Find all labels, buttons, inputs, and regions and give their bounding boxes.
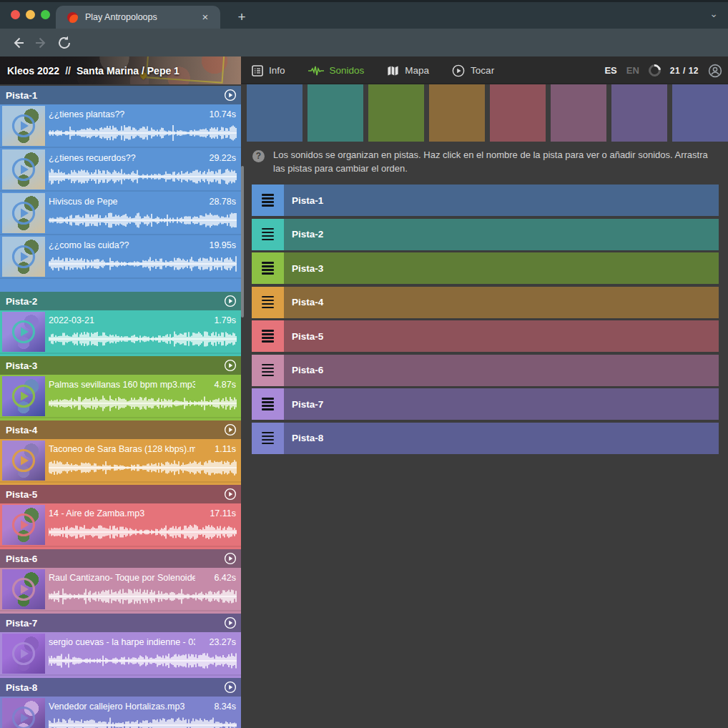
drag-handle-icon[interactable] — [252, 388, 284, 420]
sound-clip[interactable]: Taconeo de Sara Baras (128 kbps).mp3 1.1… — [0, 439, 241, 483]
clip-play-icon[interactable] — [11, 513, 36, 537]
drag-handle-icon[interactable] — [252, 320, 284, 352]
track-row-pista-5[interactable]: Pista-5 — [252, 320, 719, 352]
drag-handle-icon[interactable] — [252, 287, 284, 318]
nav-tocar[interactable]: Tocar — [452, 64, 494, 77]
track-header[interactable]: Pista-8 — [0, 678, 241, 697]
track-play-icon[interactable] — [224, 295, 237, 308]
lang-en-button[interactable]: EN — [626, 65, 639, 76]
clip-thumbnail[interactable] — [2, 149, 45, 190]
nav-sonidos[interactable]: Sonidos — [308, 65, 365, 77]
reload-icon[interactable] — [56, 35, 72, 51]
track-row-pista-6[interactable]: Pista-6 — [252, 355, 719, 386]
swatch-pista-1[interactable] — [247, 84, 302, 142]
track-header[interactable]: Pista-1 — [0, 86, 241, 104]
track-row-pista-8[interactable]: Pista-8 — [252, 423, 719, 454]
track-play-icon[interactable] — [224, 423, 237, 436]
sidebar-scrollbar[interactable] — [241, 166, 244, 318]
browser-tab[interactable]: Play Antropoloops × — [56, 6, 220, 29]
track-header[interactable]: Pista-7 — [0, 614, 241, 632]
clip-thumbnail[interactable] — [2, 376, 45, 416]
clip-waveform — [49, 167, 237, 186]
clip-play-icon[interactable] — [11, 114, 36, 138]
clip-play-icon[interactable] — [11, 641, 36, 666]
drag-handle-icon[interactable] — [252, 219, 284, 250]
track-play-icon[interactable] — [224, 359, 237, 372]
clip-play-icon[interactable] — [11, 157, 36, 182]
track-header[interactable]: Pista-3 — [0, 356, 241, 375]
swatch-pista-8[interactable] — [672, 84, 728, 142]
drag-handle-icon[interactable] — [252, 185, 284, 216]
track-row-label: Pista-4 — [292, 297, 323, 308]
sound-clip[interactable]: sergio cuevas - la harpe indienne - 03 -… — [0, 632, 241, 676]
forward-icon[interactable] — [34, 35, 49, 51]
sound-clip[interactable]: Palmas sevillanas 160 bpm mp3.mp3 4.87s — [0, 375, 241, 418]
help-note: ? Los sonidos se organizan en pistas. Ha… — [252, 148, 712, 175]
track-row-pista-3[interactable]: Pista-3 — [252, 252, 719, 284]
window-zoom-button[interactable] — [41, 10, 50, 19]
sound-clip[interactable]: Hiviscus de Pepe 28.78s — [0, 192, 241, 235]
sound-clip[interactable]: Vendedor callejero Hortalizas.mp3 8.34s — [0, 697, 241, 728]
breadcrumb-location[interactable]: Santa Marina / Pepe 1 — [77, 65, 179, 77]
clip-thumbnail[interactable] — [2, 237, 45, 277]
clip-thumbnail[interactable] — [2, 634, 45, 674]
drag-handle-icon[interactable] — [252, 252, 284, 284]
sound-clip[interactable]: ¿¿tienes recuerdos?? 29.22s — [0, 148, 241, 192]
sound-clip[interactable]: ¿¿tienes plantas?? 10.74s — [0, 104, 241, 148]
clip-title: ¿¿tienes plantas?? — [49, 109, 195, 119]
swatch-pista-4[interactable] — [429, 84, 485, 142]
clip-thumbnail[interactable] — [2, 505, 45, 545]
clip-thumbnail[interactable] — [2, 441, 45, 481]
clip-thumbnail[interactable] — [2, 312, 45, 352]
breadcrumb-project[interactable]: Kleos 2022 — [7, 65, 59, 77]
clip-play-icon[interactable] — [11, 706, 36, 728]
sound-clip[interactable]: 14 - Aire de Zamba.mp3 17.11s — [0, 503, 241, 547]
clip-thumbnail[interactable] — [2, 569, 45, 609]
account-icon[interactable] — [708, 64, 722, 78]
clip-play-icon[interactable] — [11, 201, 36, 225]
clip-thumbnail[interactable] — [2, 106, 45, 146]
track-row-pista-1[interactable]: Pista-1 — [252, 185, 719, 216]
nav-mapa[interactable]: Mapa — [387, 65, 429, 77]
tab-close-icon[interactable]: × — [199, 11, 212, 24]
lang-es-button[interactable]: ES — [604, 65, 616, 76]
clip-thumbnail[interactable] — [2, 193, 45, 233]
track-header[interactable]: Pista-5 — [0, 485, 241, 503]
nav-info[interactable]: Info — [252, 65, 285, 77]
app-header: Kleos 2022 // Santa Marina / Pepe 1 Info… — [0, 56, 728, 84]
window-close-button[interactable] — [11, 10, 20, 19]
track-swatch-row — [247, 84, 728, 142]
track-row-pista-7[interactable]: Pista-7 — [252, 388, 719, 420]
track-play-icon[interactable] — [224, 552, 237, 565]
swatch-pista-3[interactable] — [368, 84, 424, 142]
window-minimize-button[interactable] — [26, 10, 35, 19]
track-header[interactable]: Pista-4 — [0, 420, 241, 439]
track-row-label: Pista-7 — [292, 399, 323, 410]
track-play-icon[interactable] — [224, 488, 237, 501]
sound-clip[interactable]: 2022-03-21 1.79s — [0, 310, 241, 354]
sound-clip[interactable]: Raul Cantizano- Toque por Solenoide.mp3 … — [0, 568, 241, 611]
sound-clip[interactable]: ¿¿como las cuida?? 19.95s — [0, 235, 241, 279]
clip-play-icon[interactable] — [11, 448, 36, 473]
track-header[interactable]: Pista-6 — [0, 549, 241, 568]
clip-play-icon[interactable] — [11, 245, 36, 269]
swatch-pista-6[interactable] — [551, 84, 606, 142]
track-row-pista-4[interactable]: Pista-4 — [252, 287, 719, 318]
swatch-pista-5[interactable] — [490, 84, 546, 142]
tab-search-chevron-icon[interactable]: ⌄ — [709, 8, 718, 19]
track-row-pista-2[interactable]: Pista-2 — [252, 219, 719, 250]
track-play-icon[interactable] — [224, 89, 237, 102]
clip-play-icon[interactable] — [11, 320, 36, 344]
new-tab-button[interactable]: + — [233, 9, 250, 26]
clip-play-icon[interactable] — [11, 384, 36, 408]
drag-handle-icon[interactable] — [252, 355, 284, 386]
swatch-pista-2[interactable] — [308, 84, 363, 142]
back-icon[interactable] — [10, 35, 26, 51]
clip-play-icon[interactable] — [11, 577, 36, 601]
swatch-pista-7[interactable] — [611, 84, 667, 142]
drag-handle-icon[interactable] — [252, 423, 284, 454]
track-play-icon[interactable] — [224, 616, 237, 629]
clip-thumbnail[interactable] — [2, 698, 45, 728]
track-play-icon[interactable] — [224, 681, 237, 694]
track-header[interactable]: Pista-2 — [0, 292, 241, 310]
